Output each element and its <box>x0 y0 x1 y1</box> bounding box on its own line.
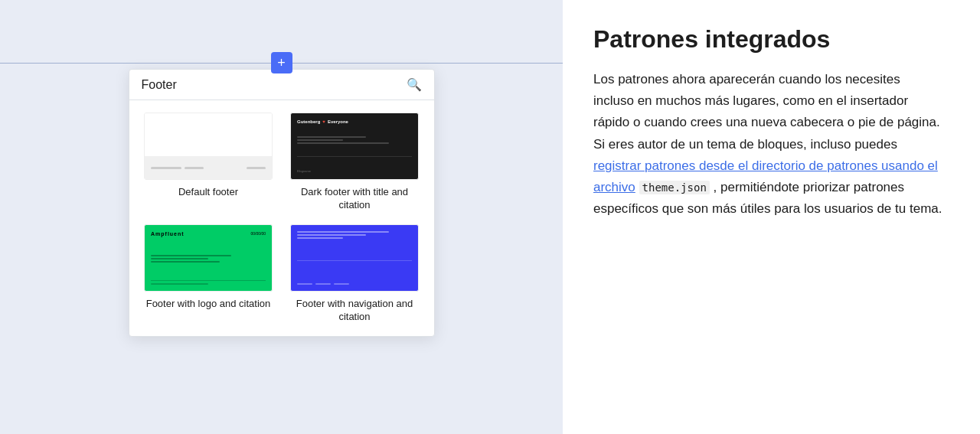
pattern-label-nav-footer: Footer with navigation and citation <box>288 298 422 324</box>
nav-line <box>297 234 366 236</box>
footer-line <box>185 167 204 169</box>
footer-bar <box>145 156 272 179</box>
green-date: 00/00/00 <box>251 231 266 236</box>
left-panel: + 🔍 Default footer <box>0 0 563 434</box>
pattern-item-green-footer[interactable]: Ampfluent 00/00/00 Footer with logo and … <box>142 224 276 324</box>
pattern-item-dark-footer[interactable]: Gutenberg ♥ Everyone Blogname Dark foote… <box>288 113 422 212</box>
pattern-label-green-footer: Footer with logo and citation <box>146 298 271 311</box>
theme-json-code: theme.json <box>639 181 710 194</box>
add-block-button[interactable]: + <box>271 52 292 73</box>
pattern-thumb-nav-footer <box>290 224 419 292</box>
patterns-grid: Default footer Gutenberg ♥ Everyone <box>129 100 434 336</box>
everyone-text: Everyone <box>328 119 348 124</box>
pattern-label-dark-footer: Dark footer with title and citation <box>288 186 422 212</box>
nav-line <box>297 231 389 233</box>
brand-text: Gutenberg <box>297 119 320 124</box>
green-brand: Ampfluent <box>151 231 185 237</box>
dark-line <box>297 142 389 144</box>
dark-footer-top: Gutenberg ♥ Everyone <box>297 119 412 124</box>
footer-line <box>151 167 181 169</box>
nav-dot <box>315 283 331 285</box>
nav-bottom <box>297 283 412 285</box>
dark-line <box>297 136 366 138</box>
green-lines <box>151 255 266 263</box>
search-bar: 🔍 <box>129 70 434 100</box>
dark-lines <box>297 136 412 144</box>
pattern-thumb-default-footer <box>144 113 273 180</box>
pattern-thumb-green-footer: Ampfluent 00/00/00 <box>144 224 273 292</box>
nav-divider <box>297 260 412 261</box>
add-button-line-right <box>292 63 564 64</box>
footer-bottom-text: Blogname <box>297 169 412 173</box>
footer-divider <box>297 156 412 157</box>
nav-lines <box>297 231 412 239</box>
nav-line <box>297 237 343 239</box>
dark-line <box>297 139 343 141</box>
footer-line <box>247 167 266 169</box>
nav-dot <box>297 283 312 285</box>
heart-icon: ♥ <box>322 119 325 124</box>
pattern-label-default-footer: Default footer <box>178 186 238 199</box>
search-icon[interactable]: 🔍 <box>407 77 422 92</box>
right-panel: Patrones integrados Los patrones ahora a… <box>563 0 980 434</box>
section-body: Los patrones ahora aparecerán cuando los… <box>593 69 943 219</box>
green-line <box>151 261 220 263</box>
green-line <box>151 258 208 259</box>
add-button-row: + <box>0 52 563 73</box>
pattern-thumb-dark-footer: Gutenberg ♥ Everyone Blogname <box>290 113 419 180</box>
pattern-item-nav-footer[interactable]: Footer with navigation and citation <box>288 224 422 324</box>
green-line <box>151 255 231 256</box>
pattern-modal: 🔍 Default footer <box>129 69 435 337</box>
page-title: Patrones integrados <box>593 24 943 54</box>
add-button-line-left <box>0 63 271 64</box>
search-input[interactable] <box>142 78 407 92</box>
nav-dot <box>334 283 349 285</box>
pattern-item-default-footer[interactable]: Default footer <box>142 113 276 212</box>
